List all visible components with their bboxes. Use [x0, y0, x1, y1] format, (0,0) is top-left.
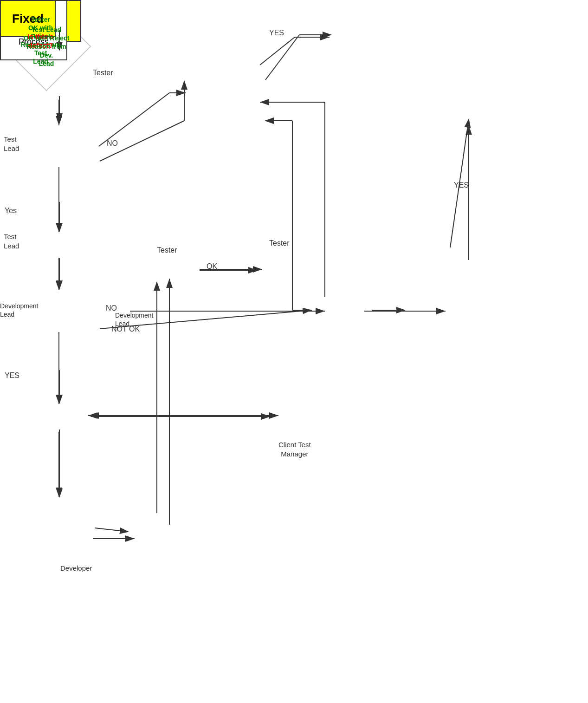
not-ok-label: NOT OK	[111, 325, 140, 333]
fixed-label: Fixed	[12, 12, 44, 26]
tester-label-3: Tester	[269, 239, 290, 247]
ok-label: OK	[207, 262, 217, 271]
no-label-1: NO	[107, 139, 118, 148]
fixed-node: Fixed	[0, 0, 56, 37]
yes-label-4: YES	[454, 181, 469, 189]
yes-label-2: Yes	[5, 207, 17, 215]
client-test-manager-label: Client TestManager	[278, 440, 311, 458]
yes-label-1: YES	[269, 29, 284, 37]
svg-line-7	[260, 37, 295, 65]
svg-line-5	[99, 93, 169, 146]
tester-label-1: Tester	[93, 69, 113, 77]
developer-label: Developer	[60, 564, 92, 572]
test-lead-label-2: TestLead	[4, 232, 19, 250]
dev-lead-label-1: DevelopmentLead	[0, 302, 39, 319]
yes-label-3: YES	[5, 371, 19, 380]
tester-label-2: Tester	[157, 246, 177, 254]
test-lead-label-1: TestLead	[4, 135, 19, 153]
